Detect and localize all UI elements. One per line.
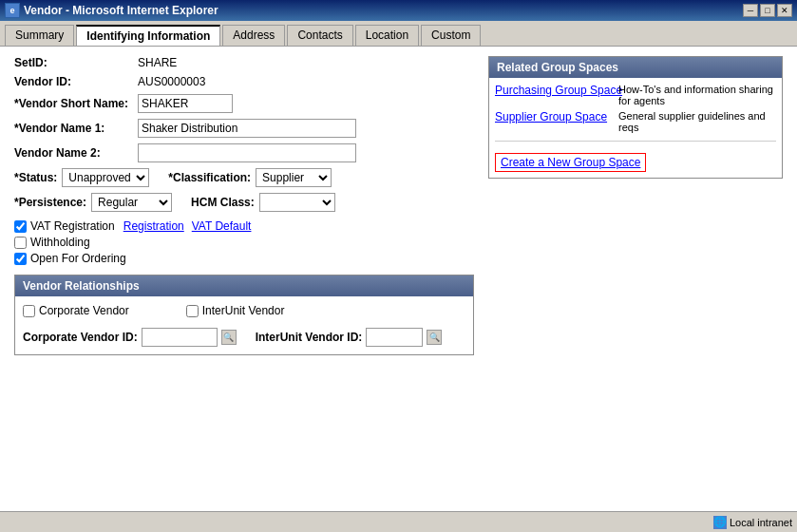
open-ordering-label: Open For Ordering	[30, 252, 126, 265]
open-ordering-row: Open For Ordering	[14, 252, 474, 265]
close-button[interactable]: ✕	[777, 4, 792, 17]
local-intranet-label: Local intranet	[730, 517, 792, 528]
classification-item: *Classification: Supplier Employee Other	[168, 168, 332, 187]
tab-bar: Summary Identifying Information Address …	[0, 21, 797, 47]
tab-custom[interactable]: Custom	[421, 25, 481, 46]
corporate-vendor-checkbox[interactable]	[23, 305, 35, 317]
main-window: Summary Identifying Information Address …	[0, 21, 797, 532]
vat-default-link[interactable]: VAT Default	[192, 219, 252, 233]
persistence-label: *Persistence:	[14, 196, 86, 209]
withholding-label: Withholding	[30, 236, 90, 249]
main-layout: SetID: SHARE Vendor ID: AUS0000003 *Vend…	[14, 56, 783, 355]
vendorshortname-label: *Vendor Short Name:	[14, 97, 138, 110]
vendorname1-input[interactable]	[138, 119, 356, 138]
vat-checkbox[interactable]	[14, 220, 27, 233]
vendorid-value: AUS0000003	[138, 75, 205, 88]
corporate-search-icon[interactable]: 🔍	[221, 330, 237, 345]
status-select[interactable]: Unapproved Approved Inactive	[62, 168, 149, 187]
maximize-button[interactable]: □	[760, 4, 775, 17]
title-bar-left: e Vendor - Microsoft Internet Explorer	[5, 3, 218, 18]
title-bar: e Vendor - Microsoft Internet Explorer ─…	[0, 0, 797, 21]
hcm-select[interactable]	[259, 193, 335, 212]
purchasing-group-desc: How-To's and information sharing for age…	[618, 84, 776, 106]
interunit-vendor-checkbox[interactable]	[186, 305, 199, 317]
hcm-item: HCM Class:	[191, 193, 335, 212]
vendor-rel-checks: Corporate Vendor InterUnit Vendor	[23, 304, 465, 320]
tab-location[interactable]: Location	[355, 25, 419, 46]
interunit-vendor-check-row: InterUnit Vendor	[186, 304, 285, 317]
setid-label: SetID:	[14, 56, 138, 69]
registration-link[interactable]: Registration	[123, 219, 184, 233]
setid-row: SetID: SHARE	[14, 56, 474, 69]
corporate-id-group: Corporate Vendor ID: 🔍	[23, 328, 237, 347]
status-bar-item: 🌐 Local intranet	[713, 516, 792, 529]
vendor-relationships-panel: Vendor Relationships Corporate Vendor In…	[14, 275, 474, 355]
interunit-id-input[interactable]	[366, 328, 423, 347]
open-ordering-checkbox[interactable]	[14, 253, 27, 265]
vendorname2-input[interactable]	[138, 143, 356, 162]
vendorid-row: Vendor ID: AUS0000003	[14, 75, 474, 88]
window-title: Vendor - Microsoft Internet Explorer	[24, 4, 218, 17]
vendorname2-row: Vendor Name 2:	[14, 143, 474, 162]
vendorname1-label: *Vendor Name 1:	[14, 122, 138, 135]
persistence-item: *Persistence: Regular Permanent	[14, 193, 172, 212]
tab-summary[interactable]: Summary	[5, 25, 74, 46]
vendorname2-label: Vendor Name 2:	[14, 146, 138, 160]
persistence-select[interactable]: Regular Permanent	[91, 193, 172, 212]
create-new-group-link[interactable]: Create a New Group Space	[495, 153, 646, 172]
interunit-id-group: InterUnit Vendor ID: 🔍	[256, 328, 443, 347]
tab-address[interactable]: Address	[222, 25, 285, 46]
checkboxes-section: VAT Registration Registration VAT Defaul…	[14, 219, 474, 265]
vendorid-label: Vendor ID:	[14, 75, 138, 88]
corporate-id-input[interactable]	[142, 328, 218, 347]
group-spaces-panel: Related Group Spaces Purchasing Group Sp…	[488, 56, 783, 179]
corporate-id-label: Corporate Vendor ID:	[23, 331, 138, 344]
vat-links: Registration VAT Default	[123, 219, 252, 233]
classification-label: *Classification:	[168, 171, 251, 184]
persistence-hcm-row: *Persistence: Regular Permanent HCM Clas…	[14, 193, 474, 212]
setid-value: SHARE	[138, 56, 177, 69]
group-spaces-header: Related Group Spaces	[489, 57, 782, 78]
intranet-icon: 🌐	[713, 516, 727, 529]
interunit-vendor-label: InterUnit Vendor	[202, 304, 285, 317]
purchasing-group-link[interactable]: Purchasing Group Space	[495, 84, 609, 97]
divider	[495, 141, 776, 142]
minimize-button[interactable]: ─	[743, 4, 758, 17]
vendorshortname-input[interactable]	[138, 94, 233, 113]
vendor-rel-body: Corporate Vendor InterUnit Vendor Corpor…	[15, 296, 473, 354]
vat-row: VAT Registration Registration VAT Defaul…	[14, 219, 474, 233]
vendorshortname-row: *Vendor Short Name:	[14, 94, 474, 113]
interunit-id-label: InterUnit Vendor ID:	[256, 331, 363, 344]
vendor-rel-header: Vendor Relationships	[15, 276, 473, 296]
interunit-search-icon[interactable]: 🔍	[427, 330, 442, 345]
vendorname1-row: *Vendor Name 1:	[14, 119, 474, 138]
vendor-rel-ids: Corporate Vendor ID: 🔍 InterUnit Vendor …	[23, 328, 465, 347]
withholding-row: Withholding	[14, 236, 474, 249]
content-area: SetID: SHARE Vendor ID: AUS0000003 *Vend…	[0, 47, 797, 511]
ie-icon: e	[5, 3, 20, 18]
title-bar-controls[interactable]: ─ □ ✕	[743, 4, 792, 17]
tab-identifying[interactable]: Identifying Information	[76, 25, 220, 46]
right-column: Related Group Spaces Purchasing Group Sp…	[488, 56, 783, 355]
group-spaces-body: Purchasing Group Space How-To's and info…	[489, 78, 782, 178]
left-column: SetID: SHARE Vendor ID: AUS0000003 *Vend…	[14, 56, 474, 355]
status-classification-row: *Status: Unapproved Approved Inactive *C…	[14, 168, 474, 187]
tab-contacts[interactable]: Contacts	[287, 25, 352, 46]
status-item: *Status: Unapproved Approved Inactive	[14, 168, 149, 187]
corporate-vendor-check-row: Corporate Vendor	[23, 304, 129, 317]
supplier-group-link[interactable]: Supplier Group Space	[495, 110, 609, 124]
status-label: *Status:	[14, 171, 57, 184]
purchasing-group-row: Purchasing Group Space How-To's and info…	[495, 84, 776, 106]
corporate-vendor-label: Corporate Vendor	[39, 304, 129, 317]
supplier-group-desc: General supplier guidelines and reqs	[618, 110, 776, 133]
withholding-checkbox[interactable]	[14, 237, 27, 249]
classification-select[interactable]: Supplier Employee Other	[256, 168, 332, 187]
vat-label: VAT Registration	[30, 219, 115, 233]
supplier-group-row: Supplier Group Space General supplier gu…	[495, 110, 776, 133]
status-bar: 🌐 Local intranet	[0, 511, 797, 532]
hcm-label: HCM Class:	[191, 196, 255, 209]
